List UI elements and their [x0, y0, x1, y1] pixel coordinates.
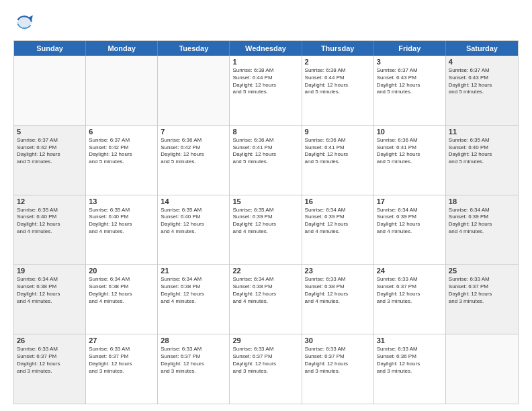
day-number: 27 [89, 336, 154, 345]
header-day-wednesday: Wednesday [230, 41, 302, 56]
calendar-cell: 26Sunrise: 6:33 AM Sunset: 6:37 PM Dayli… [14, 334, 86, 404]
day-number: 20 [89, 267, 154, 275]
calendar-cell: 2Sunrise: 6:38 AM Sunset: 6:44 PM Daylig… [302, 56, 374, 125]
cell-info: Sunrise: 6:37 AM Sunset: 6:42 PM Dayligh… [17, 137, 83, 166]
calendar-cell: 20Sunrise: 6:34 AM Sunset: 6:38 PM Dayli… [86, 265, 158, 334]
page: SundayMondayTuesdayWednesdayThursdayFrid… [0, 0, 532, 411]
calendar-row-2: 12Sunrise: 6:35 AM Sunset: 6:40 PM Dayli… [14, 195, 518, 265]
cell-info: Sunrise: 6:34 AM Sunset: 6:39 PM Dayligh… [377, 207, 443, 236]
cell-info: Sunrise: 6:33 AM Sunset: 6:37 PM Dayligh… [17, 346, 83, 375]
cell-info: Sunrise: 6:35 AM Sunset: 6:40 PM Dayligh… [449, 137, 515, 166]
header-day-friday: Friday [374, 41, 446, 56]
day-number: 25 [449, 267, 515, 275]
cell-info: Sunrise: 6:33 AM Sunset: 6:37 PM Dayligh… [161, 346, 226, 375]
calendar-row-4: 26Sunrise: 6:33 AM Sunset: 6:37 PM Dayli… [14, 334, 518, 404]
cell-info: Sunrise: 6:36 AM Sunset: 6:41 PM Dayligh… [377, 137, 443, 166]
calendar-cell: 23Sunrise: 6:33 AM Sunset: 6:38 PM Dayli… [302, 265, 374, 334]
day-number: 5 [17, 128, 83, 136]
cell-info: Sunrise: 6:35 AM Sunset: 6:40 PM Dayligh… [89, 207, 154, 236]
day-number: 7 [161, 128, 226, 136]
cell-info: Sunrise: 6:34 AM Sunset: 6:38 PM Dayligh… [161, 276, 226, 305]
calendar: SundayMondayTuesdayWednesdayThursdayFrid… [13, 40, 519, 404]
calendar-cell: 4Sunrise: 6:37 AM Sunset: 6:43 PM Daylig… [446, 56, 518, 125]
calendar-cell [158, 56, 230, 125]
cell-info: Sunrise: 6:33 AM Sunset: 6:37 PM Dayligh… [305, 346, 371, 375]
cell-info: Sunrise: 6:34 AM Sunset: 6:38 PM Dayligh… [89, 276, 154, 305]
day-number: 1 [232, 58, 298, 66]
cell-info: Sunrise: 6:33 AM Sunset: 6:37 PM Dayligh… [449, 276, 515, 305]
calendar-cell: 25Sunrise: 6:33 AM Sunset: 6:37 PM Dayli… [446, 265, 518, 334]
calendar-cell: 10Sunrise: 6:36 AM Sunset: 6:41 PM Dayli… [374, 126, 446, 195]
day-number: 26 [17, 336, 83, 345]
cell-info: Sunrise: 6:36 AM Sunset: 6:42 PM Dayligh… [161, 137, 226, 166]
cell-info: Sunrise: 6:36 AM Sunset: 6:41 PM Dayligh… [305, 137, 371, 166]
day-number: 8 [232, 128, 298, 136]
calendar-row-0: 1Sunrise: 6:38 AM Sunset: 6:44 PM Daylig… [14, 56, 518, 126]
day-number: 3 [377, 58, 443, 66]
cell-info: Sunrise: 6:33 AM Sunset: 6:37 PM Dayligh… [232, 346, 298, 375]
day-number: 14 [161, 197, 226, 205]
day-number: 6 [89, 128, 154, 136]
calendar-header: SundayMondayTuesdayWednesdayThursdayFrid… [14, 41, 518, 56]
cell-info: Sunrise: 6:37 AM Sunset: 6:42 PM Dayligh… [89, 137, 154, 166]
calendar-cell: 29Sunrise: 6:33 AM Sunset: 6:37 PM Dayli… [230, 334, 302, 404]
calendar-cell: 13Sunrise: 6:35 AM Sunset: 6:40 PM Dayli… [86, 195, 158, 265]
calendar-cell: 8Sunrise: 6:36 AM Sunset: 6:41 PM Daylig… [230, 126, 302, 195]
day-number: 13 [89, 197, 154, 205]
calendar-cell: 12Sunrise: 6:35 AM Sunset: 6:40 PM Dayli… [14, 195, 86, 265]
calendar-cell: 16Sunrise: 6:34 AM Sunset: 6:39 PM Dayli… [302, 195, 374, 265]
cell-info: Sunrise: 6:33 AM Sunset: 6:37 PM Dayligh… [377, 276, 443, 305]
cell-info: Sunrise: 6:38 AM Sunset: 6:44 PM Dayligh… [305, 67, 371, 96]
cell-info: Sunrise: 6:36 AM Sunset: 6:41 PM Dayligh… [232, 137, 298, 166]
calendar-cell: 22Sunrise: 6:34 AM Sunset: 6:38 PM Dayli… [230, 265, 302, 334]
calendar-cell: 31Sunrise: 6:33 AM Sunset: 6:36 PM Dayli… [374, 334, 446, 404]
day-number: 22 [232, 267, 298, 275]
day-number: 18 [449, 197, 515, 205]
cell-info: Sunrise: 6:35 AM Sunset: 6:40 PM Dayligh… [17, 207, 83, 236]
calendar-cell: 19Sunrise: 6:34 AM Sunset: 6:38 PM Dayli… [14, 265, 86, 334]
cell-info: Sunrise: 6:35 AM Sunset: 6:39 PM Dayligh… [232, 207, 298, 236]
day-number: 19 [17, 267, 83, 275]
calendar-cell: 18Sunrise: 6:34 AM Sunset: 6:39 PM Dayli… [446, 195, 518, 265]
calendar-cell: 7Sunrise: 6:36 AM Sunset: 6:42 PM Daylig… [158, 126, 230, 195]
day-number: 17 [377, 197, 443, 205]
cell-info: Sunrise: 6:34 AM Sunset: 6:39 PM Dayligh… [449, 207, 515, 236]
calendar-cell: 1Sunrise: 6:38 AM Sunset: 6:44 PM Daylig… [230, 56, 302, 125]
cell-info: Sunrise: 6:34 AM Sunset: 6:38 PM Dayligh… [232, 276, 298, 305]
calendar-body: 1Sunrise: 6:38 AM Sunset: 6:44 PM Daylig… [14, 56, 518, 404]
calendar-cell: 15Sunrise: 6:35 AM Sunset: 6:39 PM Dayli… [230, 195, 302, 265]
calendar-cell: 6Sunrise: 6:37 AM Sunset: 6:42 PM Daylig… [86, 126, 158, 195]
header-day-saturday: Saturday [446, 41, 518, 56]
header [13, 12, 519, 34]
header-day-thursday: Thursday [302, 41, 374, 56]
cell-info: Sunrise: 6:37 AM Sunset: 6:43 PM Dayligh… [377, 67, 443, 96]
cell-info: Sunrise: 6:38 AM Sunset: 6:44 PM Dayligh… [232, 67, 298, 96]
calendar-row-3: 19Sunrise: 6:34 AM Sunset: 6:38 PM Dayli… [14, 265, 518, 334]
calendar-cell: 28Sunrise: 6:33 AM Sunset: 6:37 PM Dayli… [158, 334, 230, 404]
day-number: 31 [377, 336, 443, 345]
day-number: 9 [305, 128, 371, 136]
logo [13, 12, 39, 34]
day-number: 30 [305, 336, 371, 345]
calendar-cell: 27Sunrise: 6:33 AM Sunset: 6:37 PM Dayli… [86, 334, 158, 404]
cell-info: Sunrise: 6:34 AM Sunset: 6:39 PM Dayligh… [305, 207, 371, 236]
calendar-cell: 9Sunrise: 6:36 AM Sunset: 6:41 PM Daylig… [302, 126, 374, 195]
cell-info: Sunrise: 6:33 AM Sunset: 6:38 PM Dayligh… [305, 276, 371, 305]
day-number: 16 [305, 197, 371, 205]
calendar-cell: 24Sunrise: 6:33 AM Sunset: 6:37 PM Dayli… [374, 265, 446, 334]
calendar-row-1: 5Sunrise: 6:37 AM Sunset: 6:42 PM Daylig… [14, 126, 518, 195]
day-number: 23 [305, 267, 371, 275]
logo-icon [13, 12, 35, 34]
calendar-cell [446, 334, 518, 404]
cell-info: Sunrise: 6:35 AM Sunset: 6:40 PM Dayligh… [161, 207, 226, 236]
day-number: 21 [161, 267, 226, 275]
calendar-cell: 14Sunrise: 6:35 AM Sunset: 6:40 PM Dayli… [158, 195, 230, 265]
day-number: 28 [161, 336, 226, 345]
calendar-cell: 30Sunrise: 6:33 AM Sunset: 6:37 PM Dayli… [302, 334, 374, 404]
calendar-cell: 5Sunrise: 6:37 AM Sunset: 6:42 PM Daylig… [14, 126, 86, 195]
cell-info: Sunrise: 6:34 AM Sunset: 6:38 PM Dayligh… [17, 276, 83, 305]
header-day-monday: Monday [86, 41, 158, 56]
calendar-cell [14, 56, 86, 125]
day-number: 11 [449, 128, 515, 136]
day-number: 29 [232, 336, 298, 345]
